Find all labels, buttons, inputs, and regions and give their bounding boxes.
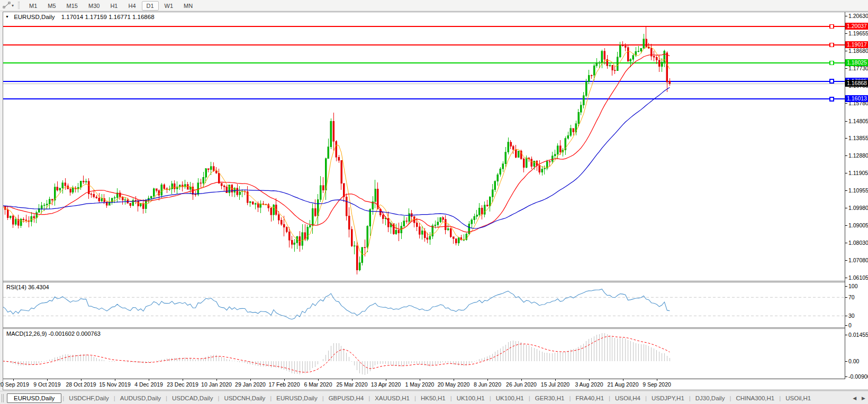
rsi-axis-tick <box>845 325 847 326</box>
price-axis-tick <box>845 121 847 122</box>
date-label: 6 Mar 2020 <box>304 381 332 388</box>
current-price-label: 1.16868 <box>845 80 868 87</box>
date-label: 26 Jun 2020 <box>506 381 537 388</box>
date-label: 9 Oct 2019 <box>33 381 60 388</box>
date-axis-tick <box>589 379 590 381</box>
date-label: 25 Mar 2020 <box>337 381 368 388</box>
rsi-axis-tick-label: 70 <box>848 294 855 300</box>
hline-price-label[interactable]: 1.18025 <box>845 59 868 66</box>
rsi-axis-tick <box>845 286 847 287</box>
price-axis-tick <box>845 190 847 191</box>
macd-axis-tick-label: 0.00 <box>848 358 859 364</box>
price-axis-tick <box>845 243 847 243</box>
price-axis-tick <box>845 208 847 208</box>
date-label: 20 May 2020 <box>438 381 470 388</box>
date-label: 13 Apr 2020 <box>371 381 401 388</box>
date-axis-tick <box>13 379 14 381</box>
price-axis-tick-label: 1.08030 <box>848 240 868 246</box>
date-axis-tick <box>115 379 115 381</box>
price-axis-tick-label: 1.18680 <box>848 48 868 54</box>
price-axis-tick-label: 1.19655 <box>848 30 868 36</box>
price-axis-tick <box>845 138 847 139</box>
rsi-axis-tick-label: 30 <box>848 313 855 319</box>
price-axis-tick <box>845 16 847 16</box>
date-label: 20 Sep 2019 <box>0 381 29 388</box>
date-label: 1 May 2020 <box>405 381 435 388</box>
axis-labels-layer: 1.206301.196551.186801.177301.167551.157… <box>0 0 868 404</box>
date-label: 9 Sep 2020 <box>643 381 671 388</box>
price-axis-tick <box>845 278 847 278</box>
macd-axis-tick <box>845 377 847 377</box>
date-axis-tick <box>149 379 149 381</box>
price-axis-tick-label: 1.13855 <box>848 135 868 141</box>
rsi-axis-tick <box>845 316 847 316</box>
date-axis-tick <box>284 379 285 381</box>
date-axis-tick <box>81 379 82 381</box>
macd-axis-tick <box>845 361 847 362</box>
price-axis-tick-label: 1.07080 <box>848 257 868 263</box>
date-label: 8 Jun 2020 <box>474 381 501 388</box>
date-axis-tick <box>454 379 454 381</box>
date-axis-tick <box>250 379 251 381</box>
date-label: 10 Jan 2020 <box>201 381 232 388</box>
date-axis-tick <box>657 379 657 381</box>
price-axis-tick-label: 1.09005 <box>848 222 868 228</box>
price-axis-tick <box>845 68 847 69</box>
price-axis-tick-label: 1.14805 <box>848 118 868 124</box>
date-label: 15 Jul 2020 <box>541 381 569 388</box>
price-axis-tick <box>845 33 847 34</box>
price-axis-tick-label: 1.09980 <box>848 205 868 211</box>
hline-price-label[interactable]: 1.19017 <box>845 41 868 48</box>
mt4-application-window: ▾ M1M5M15M30H1H4D1W1MN ▼ EURUSD,Daily 1.… <box>0 0 868 404</box>
price-axis-tick <box>845 155 847 156</box>
price-axis-tick <box>845 103 847 104</box>
macd-axis-tick <box>845 335 847 335</box>
price-axis-tick <box>845 173 847 173</box>
date-axis-tick <box>386 379 386 381</box>
date-label: 28 Oct 2019 <box>66 381 96 388</box>
date-axis-tick <box>623 379 623 381</box>
date-axis-tick <box>47 379 48 381</box>
date-axis-tick <box>352 379 352 381</box>
hline-price-label[interactable]: 1.16013 <box>845 95 868 102</box>
price-axis-tick-label: 1.11905 <box>848 170 868 176</box>
price-axis-tick-label: 1.12880 <box>848 152 868 159</box>
rsi-axis-tick <box>845 297 847 298</box>
date-label: 3 Aug 2020 <box>575 381 603 388</box>
date-axis-tick <box>216 379 217 381</box>
date-label: 15 Nov 2019 <box>99 381 131 388</box>
price-axis-tick-label: 1.06105 <box>848 274 868 281</box>
price-axis-tick <box>845 225 847 226</box>
macd-axis-tick-label: -0.009001 <box>848 373 868 380</box>
date-axis-tick <box>183 379 183 381</box>
macd-axis-tick-label: 0.014556 <box>848 332 868 338</box>
date-axis-tick <box>420 379 420 381</box>
price-axis-tick-label: 1.10955 <box>848 187 868 194</box>
date-axis-tick <box>555 379 556 381</box>
price-axis-tick <box>845 260 847 261</box>
date-label: 21 Aug 2020 <box>608 381 639 388</box>
date-label: 4 Dec 2019 <box>134 381 163 388</box>
date-axis-tick <box>318 379 319 381</box>
rsi-axis-tick-label: 100 <box>848 283 858 289</box>
date-axis-tick <box>487 379 488 381</box>
date-axis-tick <box>521 379 522 381</box>
rsi-axis-tick-label: 0 <box>848 322 852 328</box>
price-axis-tick <box>845 51 847 51</box>
price-axis-tick-label: 1.20630 <box>848 13 868 19</box>
date-label: 17 Feb 2020 <box>269 381 300 388</box>
date-label: 29 Jan 2020 <box>235 381 266 388</box>
hline-price-label[interactable]: 1.20037 <box>845 23 868 30</box>
date-label: 23 Dec 2019 <box>167 381 198 388</box>
